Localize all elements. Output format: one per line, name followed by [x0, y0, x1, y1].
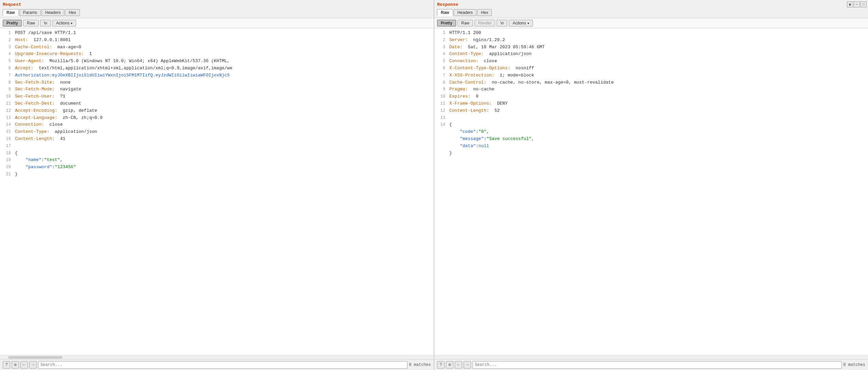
- table-row: 3 Cache-Control: max-age=0: [0, 44, 434, 51]
- request-tab-bar: Raw Params Headers Hex: [3, 8, 431, 17]
- request-tab-params[interactable]: Params: [19, 9, 41, 16]
- response-tab-hex[interactable]: Hex: [477, 9, 492, 16]
- response-tab-bar: Raw Headers Hex: [437, 8, 865, 17]
- table-row: 9 Pragma: no-cache: [434, 86, 868, 93]
- table-row: 8 Sec-Fetch-Site: none: [0, 79, 434, 86]
- response-settings-btn[interactable]: ⚙: [446, 361, 453, 369]
- response-pretty-btn[interactable]: Pretty: [437, 20, 456, 27]
- response-content: 1 HTTP/1.1 200 2 Server: nginx/1.20.2 3 …: [434, 28, 868, 355]
- table-row: 10 Expires: 0: [434, 93, 868, 100]
- table-row: 13 Accept-Language: zh-CN, zh;q=0.9: [0, 114, 434, 122]
- table-row: 14 Connection: close: [0, 121, 434, 128]
- table-row: 6 Accept: text/html,application/xhtml+xm…: [0, 65, 434, 72]
- table-row: 17: [0, 143, 434, 150]
- table-row: 16 Content-Length: 41: [0, 136, 434, 143]
- request-ln-btn[interactable]: \n: [40, 20, 51, 27]
- request-search-input[interactable]: [38, 361, 407, 369]
- request-matches-count: 0 matches: [409, 363, 431, 367]
- response-render-btn[interactable]: Render: [474, 20, 495, 27]
- table-row: 8 Cache-Control: no-cache, no-store, max…: [434, 79, 868, 86]
- table-row: }: [434, 150, 868, 157]
- table-row: 5 Connection: close: [434, 58, 868, 65]
- request-raw-btn[interactable]: Raw: [23, 20, 39, 27]
- request-actions-chevron: ▾: [71, 21, 72, 25]
- table-row: "message":"Save successful",: [434, 136, 868, 143]
- table-row: 15 Content-Type: application/json: [0, 128, 434, 136]
- response-back-btn[interactable]: ←: [455, 361, 462, 369]
- table-row: 1 POST /api/save HTTP/1.1: [0, 30, 434, 37]
- request-code-lines: 1 POST /api/save HTTP/1.1 2 Host: 127.0.…: [0, 30, 434, 178]
- request-settings-btn[interactable]: ⚙: [12, 361, 19, 369]
- table-row: 7 X-XSS-Protection: 1; mode=block: [434, 72, 868, 79]
- table-row: 4 Upgrade-Insecure-Requests: 1: [0, 51, 434, 58]
- request-actions-btn[interactable]: Actions ▾: [52, 20, 76, 27]
- minimize-button[interactable]: ─: [854, 1, 860, 7]
- response-actions-chevron: ▾: [527, 21, 529, 25]
- table-row: 11 X-Frame-Options: DENY: [434, 100, 868, 107]
- table-row: 1 HTTP/1.1 200: [434, 30, 868, 37]
- request-header: Request Raw Params Headers Hex: [0, 0, 434, 18]
- table-row: 6 X-Content-Type-Options: nosniff: [434, 65, 868, 72]
- request-title: Request: [3, 1, 431, 8]
- response-title: Response: [437, 1, 865, 8]
- request-bottom-bar: ? ⚙ ← → 0 matches: [0, 359, 434, 370]
- request-pretty-btn[interactable]: Pretty: [3, 20, 22, 27]
- response-header: Response Raw Headers Hex: [434, 0, 868, 18]
- table-row: "data":null: [434, 143, 868, 150]
- table-row: 3 Date: Sat, 18 Mar 2023 05:59:46 GMT: [434, 44, 868, 51]
- table-row: 19 "name":"test",: [0, 157, 434, 164]
- table-row: 14 {: [434, 121, 868, 128]
- response-forward-btn[interactable]: →: [464, 361, 471, 369]
- response-toolbar: Pretty Raw Render \n Actions ▾: [434, 18, 868, 28]
- table-row: 18 {: [0, 150, 434, 157]
- table-row: 5 User-Agent: Mozilla/5.0 (Windows NT 10…: [0, 58, 434, 65]
- table-row: 21 }: [0, 171, 434, 178]
- maximize-button[interactable]: □: [861, 1, 867, 7]
- table-row: 20 "password":"123456": [0, 164, 434, 171]
- response-ln-btn[interactable]: \n: [497, 20, 507, 27]
- request-forward-btn[interactable]: →: [29, 361, 37, 369]
- table-row: 10 Sec-Fetch-User: ?1: [0, 93, 434, 100]
- table-row: 13: [434, 114, 868, 122]
- response-tab-raw[interactable]: Raw: [437, 9, 453, 16]
- table-row: 12 Content-Length: 52: [434, 107, 868, 114]
- request-hscrollbar[interactable]: [8, 356, 63, 359]
- response-help-btn[interactable]: ?: [437, 361, 445, 369]
- restore-button[interactable]: ▣: [847, 1, 853, 7]
- request-tab-headers[interactable]: Headers: [41, 9, 64, 16]
- request-tab-raw[interactable]: Raw: [3, 9, 19, 16]
- response-code-lines: 1 HTTP/1.1 200 2 Server: nginx/1.20.2 3 …: [434, 30, 868, 157]
- response-pane: Response Raw Headers Hex Pretty Raw Rend…: [434, 0, 868, 370]
- response-bottom-bar: ? ⚙ ← → 0 matches: [434, 359, 868, 370]
- table-row: 9 Sec-Fetch-Mode: navigate: [0, 86, 434, 93]
- table-row: 4 Content-Type: application/json: [434, 51, 868, 58]
- table-row: 2 Server: nginx/1.20.2: [434, 37, 868, 44]
- response-search-input[interactable]: [472, 361, 842, 369]
- request-tab-hex[interactable]: Hex: [65, 9, 80, 16]
- response-tab-headers[interactable]: Headers: [454, 9, 476, 16]
- table-row: "code":"0",: [434, 128, 868, 136]
- response-actions-btn[interactable]: Actions ▾: [509, 20, 533, 27]
- response-matches-count: 0 matches: [843, 363, 865, 367]
- table-row: 11 Sec-Fetch-Dest: document: [0, 100, 434, 107]
- response-hscrollbar-area: [434, 355, 868, 359]
- table-row: 2 Host: 127.0.0.1:8081: [0, 37, 434, 44]
- request-toolbar: Pretty Raw \n Actions ▾: [0, 18, 434, 28]
- request-back-btn[interactable]: ←: [20, 361, 28, 369]
- response-raw-btn[interactable]: Raw: [457, 20, 473, 27]
- table-row: 12 Accept-Encoding: gzip, deflate: [0, 107, 434, 114]
- request-content: 1 POST /api/save HTTP/1.1 2 Host: 127.0.…: [0, 28, 434, 355]
- request-hscrollbar-area: [0, 355, 434, 359]
- table-row: 7 Authorization:eyJOeXBIIjoiSldUIiwiYWxn…: [0, 72, 434, 79]
- request-help-btn[interactable]: ?: [3, 361, 10, 369]
- request-pane: Request Raw Params Headers Hex Pretty Ra…: [0, 0, 434, 370]
